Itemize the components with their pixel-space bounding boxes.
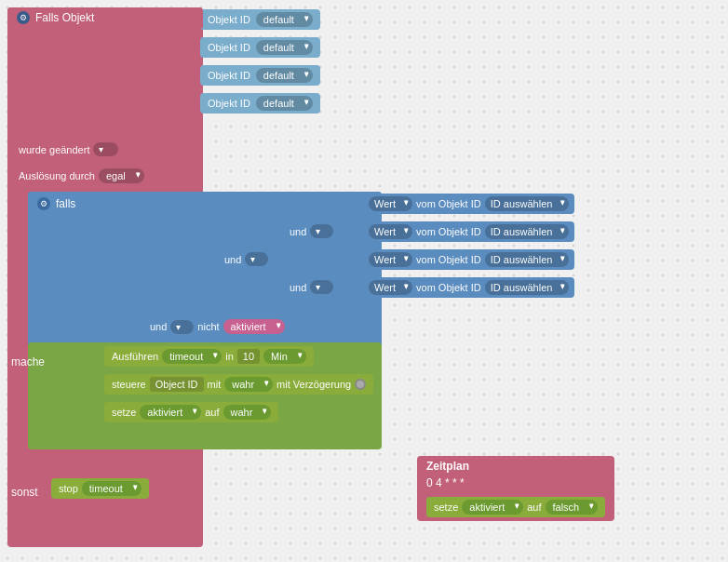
falls-objekt-gear-top: ⚙ bbox=[17, 11, 30, 24]
wahr-dropdown-1[interactable]: wahr▾ bbox=[224, 377, 273, 392]
objekt-id-row-3: Objekt ID default▾ bbox=[200, 65, 320, 86]
aktiviert-dropdown-1[interactable]: aktiviert▾ bbox=[223, 319, 285, 334]
wert-dropdown-2[interactable]: Wert▾ bbox=[369, 224, 412, 239]
wurde-geaendert-dropdown[interactable]: ▾ bbox=[93, 142, 118, 156]
zeitplan-label: Zeitplan bbox=[426, 460, 469, 473]
wert-row-4: Wert▾ vom Objekt ID ID auswählen▾ bbox=[363, 277, 574, 298]
ausfuehren-block: Ausführen timeout▾ in 10 Min▾ bbox=[104, 346, 314, 367]
vom-objekt-id-1: vom Objekt ID bbox=[416, 198, 481, 209]
stop-timeout-block: stop timeout▾ bbox=[51, 478, 149, 499]
wert-dropdown-4[interactable]: Wert▾ bbox=[369, 280, 412, 295]
wurde-geaendert-label: wurde geändert bbox=[19, 144, 89, 155]
und-label-nicht: und bbox=[150, 321, 167, 332]
steuere-block: steuere Object ID mit wahr▾ mit Verzöger… bbox=[104, 374, 373, 395]
setze-block-1: setze aktiviert▾ auf wahr▾ bbox=[104, 402, 278, 422]
objekt-id-value-1[interactable]: default▾ bbox=[256, 12, 313, 27]
und-dropdown-4[interactable]: ▾ bbox=[310, 280, 333, 294]
vom-objekt-id-4: vom Objekt ID bbox=[416, 282, 481, 293]
checkbox-circle[interactable] bbox=[355, 379, 366, 390]
stop-label: stop bbox=[59, 483, 78, 494]
auf-label-1: auf bbox=[205, 407, 219, 418]
wert-dropdown-3[interactable]: Wert▾ bbox=[369, 252, 412, 267]
und-label-2: und bbox=[290, 226, 306, 237]
objekt-id-row-2: Objekt ID default▾ bbox=[200, 37, 320, 58]
falsch-dropdown[interactable]: falsch▾ bbox=[546, 500, 599, 515]
id-auswaehlen-3[interactable]: ID auswählen▾ bbox=[485, 252, 570, 267]
wert-row-2: Wert▾ vom Objekt ID ID auswählen▾ bbox=[363, 221, 574, 242]
wert-dropdown-1[interactable]: Wert▾ bbox=[369, 196, 412, 211]
in-label: in bbox=[225, 351, 234, 362]
objekt-id-label-1: Objekt ID bbox=[208, 14, 250, 25]
falls-inner-block: ⚙ falls bbox=[28, 192, 382, 216]
setze-label-2: setze bbox=[434, 502, 458, 513]
auslosung-label: Auslösung durch bbox=[19, 170, 95, 181]
objekt-id-label-3: Objekt ID bbox=[208, 70, 250, 81]
object-id-pill: Object ID bbox=[150, 377, 204, 392]
und-dropdown-nicht[interactable]: ▾ bbox=[170, 320, 194, 334]
wert-row-3: Wert▾ vom Objekt ID ID auswählen▾ bbox=[363, 249, 574, 270]
auslosung-block: Auslösung durch egal▾ bbox=[11, 166, 152, 186]
min-dropdown[interactable]: Min▾ bbox=[263, 349, 306, 364]
objekt-id-label-4: Objekt ID bbox=[208, 98, 250, 109]
objekt-id-value-4[interactable]: default▾ bbox=[256, 96, 313, 111]
nicht-label: nicht bbox=[197, 321, 219, 332]
und-nicht-row: und ▾ nicht aktiviert▾ bbox=[144, 316, 290, 337]
id-auswaehlen-2[interactable]: ID auswählen▾ bbox=[485, 224, 570, 239]
und-dropdown-3[interactable]: ▾ bbox=[245, 252, 268, 266]
zeitplan-header: Zeitplan bbox=[426, 460, 605, 473]
objekt-id-label-2: Objekt ID bbox=[208, 42, 250, 53]
zeitplan-block: Zeitplan 0 4 * * * setze aktiviert▾ auf … bbox=[417, 456, 614, 521]
auf-label-2: auf bbox=[527, 502, 541, 513]
und-label-4: und bbox=[290, 282, 306, 293]
aktiviert-dropdown-2[interactable]: aktiviert▾ bbox=[140, 405, 201, 420]
falls-objekt-label-top: ⚙ Falls Objekt bbox=[7, 7, 203, 28]
mache-label: mache bbox=[11, 352, 45, 372]
und-label-3: und bbox=[224, 254, 241, 265]
und-row-4-connector: und ▾ bbox=[284, 277, 339, 297]
sonst-label: sonst bbox=[11, 482, 38, 502]
zeitplan-value: 0 4 * * * bbox=[426, 476, 605, 489]
falls-objekt-text: Falls Objekt bbox=[35, 11, 94, 24]
timeout-pill-1[interactable]: timeout▾ bbox=[162, 349, 222, 364]
falls-inner-label: falls bbox=[56, 197, 75, 210]
timeout-pill-2[interactable]: timeout▾ bbox=[82, 481, 142, 496]
wert-row-1: Wert▾ vom Objekt ID ID auswählen▾ bbox=[363, 194, 574, 214]
vom-objekt-id-3: vom Objekt ID bbox=[416, 254, 481, 265]
setze-block-2: setze aktiviert▾ auf falsch▾ bbox=[426, 497, 605, 517]
id-auswaehlen-1[interactable]: ID auswählen▾ bbox=[485, 196, 570, 211]
wurde-geaendert-block: wurde geändert ▾ bbox=[11, 140, 126, 159]
und-dropdown-2[interactable]: ▾ bbox=[310, 224, 333, 238]
steuere-label: steuere bbox=[112, 379, 146, 390]
value-10: 10 bbox=[237, 349, 260, 364]
wahr-dropdown-2[interactable]: wahr▾ bbox=[223, 405, 272, 420]
falls-inner-gear: ⚙ bbox=[37, 197, 50, 210]
objekt-id-value-2[interactable]: default▾ bbox=[256, 40, 313, 55]
objekt-id-row-1: Objekt ID default▾ bbox=[200, 9, 320, 30]
id-auswaehlen-4[interactable]: ID auswählen▾ bbox=[485, 280, 570, 295]
ausfuehren-label: Ausführen bbox=[112, 351, 158, 362]
objekt-id-value-3[interactable]: default▾ bbox=[256, 68, 313, 83]
und-row-2-connector: und ▾ bbox=[284, 221, 339, 241]
und-row-3-connector: und ▾ bbox=[219, 249, 274, 269]
vom-objekt-id-2: vom Objekt ID bbox=[416, 226, 481, 237]
egal-dropdown[interactable]: egal▾ bbox=[99, 168, 144, 183]
mit-label: mit bbox=[208, 379, 222, 390]
aktiviert-dropdown-3[interactable]: aktiviert▾ bbox=[462, 500, 523, 515]
setze-label-1: setze bbox=[112, 407, 136, 418]
mit-verzoegerung-label: mit Verzögerung bbox=[276, 379, 351, 390]
objekt-id-row-4: Objekt ID default▾ bbox=[200, 93, 320, 114]
